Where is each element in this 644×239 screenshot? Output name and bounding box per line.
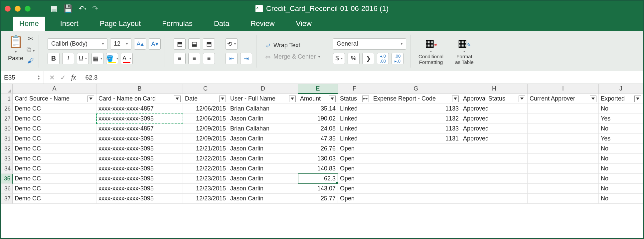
cell[interactable]: xxxx-xxxx-xxxx-3095 <box>96 184 183 194</box>
italic-button[interactable]: I <box>62 53 74 64</box>
table-header-cell[interactable]: Expense Report - Code <box>371 94 461 104</box>
cell[interactable]: Demo CC <box>13 104 96 114</box>
cell[interactable]: No <box>599 174 643 184</box>
cell[interactable]: 12/23/2015 <box>183 194 228 204</box>
cell[interactable] <box>371 174 461 184</box>
decrease-font-icon[interactable]: A▾ <box>149 38 161 50</box>
cell[interactable] <box>461 194 528 204</box>
filter-dropdown-icon[interactable] <box>590 96 596 102</box>
format-as-table-button[interactable]: ▦✎ ▾ Formatas Table <box>452 35 477 68</box>
table-header-cell[interactable]: Exported <box>599 94 643 104</box>
column-header-G[interactable]: G <box>371 84 461 94</box>
format-painter-icon[interactable]: 🖌 <box>26 57 35 65</box>
column-header-I[interactable]: I <box>528 84 599 94</box>
conditional-formatting-button[interactable]: ▦≠ ▾ ConditionalFormatting <box>415 35 447 68</box>
cell[interactable]: 26.76 <box>298 144 338 154</box>
filter-dropdown-icon[interactable] <box>87 96 94 102</box>
row-header[interactable]: 36 <box>1 184 13 194</box>
cell[interactable]: Yes <box>599 114 643 124</box>
cell[interactable] <box>371 164 461 174</box>
cell[interactable] <box>461 164 528 174</box>
tab-formulas[interactable]: Formulas <box>156 17 199 31</box>
select-all-corner[interactable] <box>1 84 13 94</box>
row-header[interactable]: 30 <box>1 124 13 134</box>
cell[interactable]: Open <box>338 154 371 164</box>
maximize-window-button[interactable] <box>25 6 31 12</box>
workbook-icon[interactable]: ▤ <box>51 4 58 13</box>
align-middle-icon[interactable]: ⬓ <box>188 38 200 50</box>
column-header-A[interactable]: A <box>13 84 96 94</box>
cell[interactable]: 62.3 <box>298 174 338 184</box>
cell[interactable]: Open <box>338 144 371 154</box>
tab-view[interactable]: View <box>290 17 318 31</box>
row-header[interactable]: 32 <box>1 144 13 154</box>
cell[interactable]: Open <box>338 164 371 174</box>
cell[interactable]: 12/06/2015 <box>183 114 228 124</box>
cell[interactable]: Approved <box>461 124 528 134</box>
filter-dropdown-icon[interactable] <box>519 96 525 102</box>
cell[interactable] <box>371 144 461 154</box>
cell[interactable]: Demo CC <box>13 144 96 154</box>
cell[interactable]: Linked <box>338 114 371 124</box>
column-header-D[interactable]: D <box>228 84 298 94</box>
cell[interactable]: xxxx-xxxx-xxxx-3095 <box>96 164 183 174</box>
cell[interactable]: Demo CC <box>13 174 96 184</box>
align-center-icon[interactable]: ≡ <box>188 53 200 64</box>
filter-dropdown-icon[interactable] <box>452 96 459 102</box>
cell[interactable]: xxxx-xxxx-xxxx-4857 <box>96 104 183 114</box>
cell[interactable]: Open <box>338 194 371 204</box>
row-header[interactable]: 26 <box>1 104 13 114</box>
cell[interactable]: 12/23/2015 <box>183 184 228 194</box>
cell[interactable]: Jason Carlin <box>228 184 298 194</box>
column-header-C[interactable]: C <box>183 84 228 94</box>
cell[interactable]: 190.02 <box>298 114 338 124</box>
font-color-button[interactable]: A▾ <box>121 53 133 64</box>
table-header-cell[interactable]: Status⏷ <box>338 94 371 104</box>
cell[interactable]: Demo CC <box>13 114 96 124</box>
cell[interactable]: xxxx-xxxx-xxxx-3095 <box>96 134 183 144</box>
cell[interactable]: No <box>599 164 643 174</box>
cell[interactable] <box>371 184 461 194</box>
wrap-text-button[interactable]: ⤶ Wrap Text <box>265 42 320 50</box>
cell[interactable]: Demo CC <box>13 134 96 144</box>
font-size-select[interactable]: 12▾ <box>110 38 131 50</box>
cut-icon[interactable]: ✂ <box>26 35 35 43</box>
increase-decimal-icon[interactable]: ◂.0.00 <box>377 53 389 64</box>
table-header-cell[interactable]: Date <box>183 94 228 104</box>
row-header[interactable]: 31 <box>1 134 13 144</box>
cell[interactable]: No <box>599 154 643 164</box>
fill-color-button[interactable]: 🪣▾ <box>106 53 118 64</box>
table-header-cell[interactable]: User - Full Name <box>228 94 298 104</box>
column-header-B[interactable]: B <box>96 84 183 94</box>
filter-dropdown-icon[interactable] <box>289 96 296 102</box>
formula-bar-input[interactable]: 62.3 <box>81 74 97 81</box>
cell[interactable]: Brian Callahan <box>228 104 298 114</box>
cell[interactable]: 140.83 <box>298 164 338 174</box>
cell[interactable]: xxxx-xxxx-xxxx-4857 <box>96 124 183 134</box>
filter-dropdown-icon[interactable]: ⏷ <box>362 96 369 102</box>
bold-button[interactable]: B <box>48 53 60 64</box>
cell[interactable]: 35.14 <box>298 104 338 114</box>
cell[interactable]: Linked <box>338 124 371 134</box>
decrease-indent-icon[interactable]: ⇤ <box>226 53 238 64</box>
cell[interactable]: 143.07 <box>298 184 338 194</box>
column-header-E[interactable]: E <box>298 84 338 94</box>
percent-button[interactable]: % <box>348 53 360 64</box>
column-header-J[interactable]: J <box>599 84 643 94</box>
cell[interactable]: xxxx-xxxx-xxxx-3095 <box>96 154 183 164</box>
column-header-H[interactable]: H <box>461 84 528 94</box>
tab-page-layout[interactable]: Page Layout <box>94 17 147 31</box>
row-header[interactable]: 33 <box>1 154 13 164</box>
cell[interactable] <box>461 184 528 194</box>
cell[interactable]: 12/21/2015 <box>183 144 228 154</box>
cell[interactable]: 12/06/2015 <box>183 104 228 114</box>
align-left-icon[interactable]: ≡ <box>174 53 186 64</box>
copy-icon[interactable]: ⧉ ▾ <box>26 46 35 54</box>
row-header[interactable]: 1 <box>1 94 13 104</box>
row-header[interactable]: 37 <box>1 194 13 204</box>
cell[interactable]: Demo CC <box>13 184 96 194</box>
cell[interactable] <box>528 154 599 164</box>
increase-font-icon[interactable]: A▴ <box>134 38 146 50</box>
tab-data[interactable]: Data <box>208 17 235 31</box>
underline-button[interactable]: U ▾ <box>77 53 89 64</box>
